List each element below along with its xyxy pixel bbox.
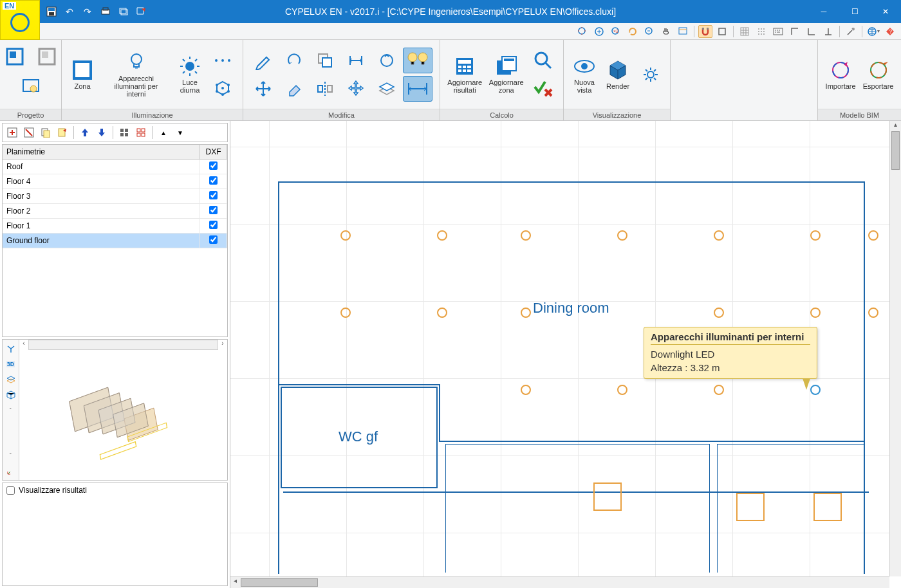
scale-icon[interactable]	[341, 76, 371, 102]
tools-icon[interactable]	[844, 25, 858, 38]
lum-dots-icon[interactable]	[208, 48, 237, 73]
floor-marker[interactable]	[593, 482, 622, 511]
delete-icon[interactable]	[22, 125, 36, 140]
preview-hscroll[interactable]	[28, 340, 218, 350]
erase-icon[interactable]	[279, 76, 309, 102]
project-btn-3[interactable]	[16, 72, 46, 100]
col-dxf[interactable]: DXF	[200, 145, 227, 160]
table-row[interactable]: Floor 3	[3, 189, 227, 204]
scroll-right-icon[interactable]: ›	[218, 340, 227, 350]
horizontal-scrollbar[interactable]: ◂	[230, 576, 889, 588]
luminaire[interactable]	[810, 230, 821, 241]
luce-diurna-button[interactable]: Luce diurna	[174, 53, 205, 96]
layers-icon[interactable]	[117, 5, 130, 18]
maximize-button[interactable]: ☐	[839, 0, 870, 23]
zoom-window-icon[interactable]	[592, 25, 606, 38]
nuova-vista-button[interactable]: Nuova vista	[569, 53, 600, 96]
print-icon[interactable]	[99, 5, 112, 18]
zona-button[interactable]: Zona	[67, 57, 98, 93]
dxf-checkbox[interactable]	[209, 221, 218, 229]
edit-pencil-icon[interactable]	[248, 48, 278, 73]
refresh-icon[interactable]	[626, 25, 640, 38]
luminaire[interactable]	[521, 230, 531, 241]
layers3d-icon[interactable]	[5, 373, 17, 386]
luminaire[interactable]	[714, 308, 724, 318]
check-x-icon[interactable]	[528, 76, 558, 102]
dimension-icon[interactable]	[403, 76, 432, 102]
zoom-extents-icon[interactable]	[575, 25, 590, 38]
esportare-button[interactable]: Esportare	[860, 57, 896, 93]
rotate-icon[interactable]	[279, 48, 309, 73]
importare-button[interactable]: Importare	[823, 57, 858, 93]
collapse-up-icon[interactable]: ▲	[156, 125, 171, 140]
apparecchi-button[interactable]: Apparecchi illuminanti per interni	[100, 49, 172, 100]
minimize-button[interactable]: ─	[808, 0, 839, 23]
keyboard-icon[interactable]	[771, 25, 785, 38]
close-button[interactable]: ✕	[870, 0, 901, 23]
aggiornare-zona-button[interactable]: Aggiornare zona	[487, 53, 526, 96]
floor-marker[interactable]	[813, 493, 842, 521]
scroll-up-icon[interactable]: ▴	[890, 121, 901, 130]
aggiornare-risultati-button[interactable]: Aggiornare risultati	[445, 53, 485, 96]
ortho-icon[interactable]	[788, 25, 802, 38]
chevron-up-icon[interactable]: ˄	[5, 404, 17, 417]
add-icon[interactable]	[5, 125, 19, 140]
move-up-icon[interactable]	[78, 125, 92, 140]
scroll-left-icon[interactable]: ◂	[230, 577, 239, 588]
zoom-out-icon[interactable]	[642, 25, 656, 38]
luminaire[interactable]	[810, 308, 821, 318]
zoom-x2-icon[interactable]: ×2	[609, 25, 623, 38]
dxf-checkbox[interactable]	[209, 235, 218, 244]
drawing-canvas[interactable]: Dining room WC gf Apparecchi illuminanti…	[230, 121, 889, 576]
project-btn-2[interactable]	[32, 42, 62, 71]
move-down-icon[interactable]	[95, 125, 109, 140]
scroll-thumb-h[interactable]	[241, 578, 318, 587]
chevron-down-icon[interactable]: ˅	[5, 449, 17, 462]
render-button[interactable]: Render	[602, 57, 633, 93]
table-row[interactable]: Floor 2	[3, 204, 227, 219]
globe-icon[interactable]: ▾	[866, 25, 880, 38]
save-icon[interactable]	[45, 5, 58, 18]
stretch-h-icon[interactable]	[341, 48, 371, 73]
scroll-left-icon[interactable]: ‹	[19, 340, 28, 350]
undo-icon[interactable]: ↶	[63, 5, 76, 18]
export-sheet-icon[interactable]	[55, 125, 70, 140]
collapse-down-icon[interactable]: ▼	[173, 125, 187, 140]
dxf-checkbox[interactable]	[209, 176, 218, 185]
cube3d-icon[interactable]	[5, 389, 17, 401]
scroll-thumb-v[interactable]	[891, 131, 900, 170]
help-icon[interactable]: ?	[883, 25, 897, 38]
axis-icon[interactable]	[804, 25, 819, 38]
axis-origin-icon[interactable]	[5, 464, 17, 477]
magnify-icon[interactable]	[528, 48, 558, 73]
pan-icon[interactable]	[659, 25, 673, 38]
table-row[interactable]: Ground floor	[3, 234, 227, 248]
paste-layers-icon[interactable]	[372, 76, 402, 102]
luminaire[interactable]	[437, 230, 447, 241]
export-icon[interactable]	[135, 5, 148, 18]
luminaire[interactable]	[617, 385, 627, 395]
dxf-checkbox[interactable]	[209, 191, 218, 199]
luminaire[interactable]	[521, 308, 531, 318]
grid-view-icon[interactable]	[117, 125, 131, 140]
redo-icon[interactable]: ↷	[81, 5, 94, 18]
copy-icon[interactable]	[310, 48, 340, 73]
axis3d-icon[interactable]	[5, 342, 17, 355]
move-icon[interactable]	[248, 76, 278, 102]
luminaire[interactable]	[868, 230, 878, 241]
perp-icon[interactable]	[821, 25, 835, 38]
app-logo[interactable]: EN	[0, 0, 40, 40]
floor-marker[interactable]	[736, 493, 765, 521]
mirror-v-icon[interactable]	[310, 76, 340, 102]
copy-sheet-icon[interactable]	[39, 125, 53, 140]
visualizzare-risultati-checkbox[interactable]	[6, 486, 15, 495]
luminaire[interactable]	[437, 308, 447, 318]
grid-icon[interactable]	[738, 25, 752, 38]
luminaire[interactable]	[714, 385, 724, 395]
lum-hex-icon[interactable]	[208, 76, 237, 102]
luminaire[interactable]	[617, 230, 627, 241]
dxf-checkbox[interactable]	[209, 206, 218, 214]
bulb-active-icon[interactable]	[403, 48, 432, 73]
snap-magnet-icon[interactable]	[698, 25, 712, 38]
luminaire[interactable]	[340, 230, 351, 241]
